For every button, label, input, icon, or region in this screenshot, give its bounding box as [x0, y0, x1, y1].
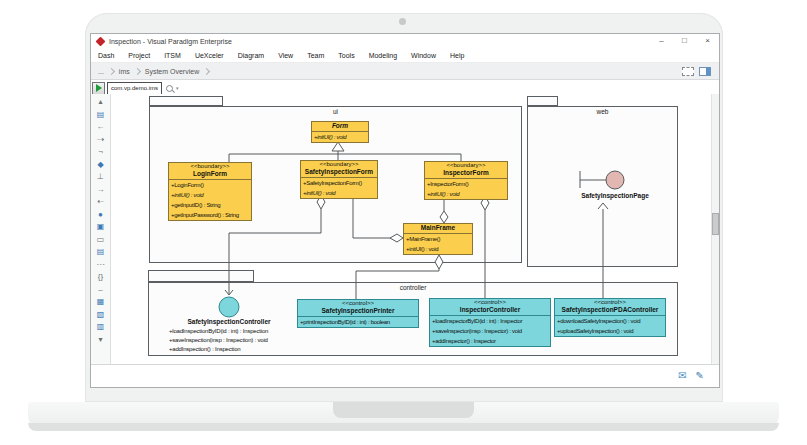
class-member: +initUI() : void [312, 132, 368, 142]
matrix-tool-icon[interactable]: ▥ [94, 321, 107, 332]
window-title: Inspection - Visual Paradigm Enterprise [109, 38, 232, 45]
class-name: LoginForm [169, 170, 251, 178]
mail-icon[interactable]: ✉ [678, 371, 686, 381]
realization-tool-icon[interactable]: ⇠ [94, 196, 107, 207]
class-inspectorform[interactable]: <<boundary>>InspectorForm+InspectorForm(… [424, 161, 508, 200]
dependency-tool-icon[interactable]: ⇢ [94, 134, 107, 145]
breadcrumb-item-2[interactable]: System Overview [143, 68, 201, 75]
tool-palette: ▴▤←⇢¬◆⊥→⇠●▣▭▤⋯{}‒▦▧▥▾ [91, 94, 111, 364]
menu-project[interactable]: Project [121, 52, 157, 59]
class-member: +downloadSafetyInspection() : void [555, 316, 665, 326]
class-tool-icon[interactable]: ▤ [94, 109, 107, 120]
breadcrumb-item-1[interactable]: ims [117, 68, 132, 75]
class-name: SafetyInspectionPDAController [555, 306, 665, 314]
breadcrumb-item-0[interactable]: ... [96, 68, 106, 75]
control-circle-safetyinspectioncontroller[interactable] [219, 297, 239, 317]
aggregation-diamond-icon [435, 255, 443, 269]
menu-bar: DashProjectITSMUeXcelerDiagramViewTeamTo… [91, 48, 719, 63]
laptop-base-edge [28, 423, 779, 431]
link-tool-icon[interactable]: ‒ [94, 284, 107, 295]
note-icon[interactable]: ✎ [696, 371, 704, 381]
class-stereotype: <<control>> [555, 299, 665, 306]
class-name: Form [312, 122, 368, 130]
composition-tool-icon[interactable]: ◆ [94, 159, 107, 170]
class-safetyinspectionpdacontroller[interactable]: <<control>>SafetyInspectionPDAController… [554, 298, 666, 337]
line-tool-icon[interactable]: ¬ [94, 146, 107, 157]
usecase-tool-icon[interactable]: ● [94, 209, 107, 220]
app-window: Inspection - Visual Paradigm Enterprise … [90, 33, 720, 388]
run-button[interactable] [92, 82, 105, 95]
class-member: +InspectorForm() [425, 179, 507, 189]
status-bar: ✉ ✎ [91, 364, 719, 387]
chevron-down-icon: ▾ [176, 85, 179, 91]
class-stereotype: <<boundary>> [425, 162, 507, 169]
search-icon[interactable] [166, 85, 173, 92]
menu-itsm[interactable]: ITSM [157, 52, 188, 59]
boundary-circle-safetyinspectionpage[interactable] [606, 171, 624, 189]
class-mainframe[interactable]: MainFrame+MainFrame()+initUI() : void [403, 223, 473, 255]
class-member: +getInputPassword() : String [169, 210, 251, 220]
scroll-down-icon[interactable]: ▾ [94, 334, 107, 345]
frame-tool-icon[interactable]: ▭ [94, 234, 107, 245]
class-member: +addInspector() : Inspector [430, 336, 550, 346]
maximize-button[interactable]: □ [673, 34, 696, 48]
class-stereotype: <<boundary>> [169, 163, 251, 170]
class-member: +initUI() : void [425, 189, 507, 199]
chart-tool-icon[interactable]: ▧ [94, 309, 107, 320]
menu-view[interactable]: View [271, 52, 300, 59]
chevron-right-icon [108, 67, 115, 74]
chevron-right-icon [203, 67, 210, 74]
association-tool-icon[interactable]: ← [94, 121, 107, 132]
class-form[interactable]: Form+initUI() : void [311, 121, 369, 143]
diagram-canvas[interactable]: ui web controller SafetyInspectionPage S… [111, 94, 714, 366]
anchor-tool-icon[interactable]: ⊥ [94, 171, 107, 182]
laptop-base [28, 402, 779, 431]
safetyinspectioncontroller-label[interactable]: SafetyInspectionController [159, 318, 299, 325]
class-name: InspectorController [430, 306, 550, 314]
class-member: +initUI() : void [169, 190, 251, 200]
controller-operation: +saveInspection(insp : Inspection) : voi… [169, 337, 268, 343]
class-loginform[interactable]: <<boundary>>LoginForm+LoginForm()+initUI… [168, 162, 252, 221]
class-name: SafetyInspectionPrinter [298, 307, 418, 315]
menu-tools[interactable]: Tools [331, 52, 361, 59]
class-name: SafetyInspectionForm [301, 168, 377, 176]
menu-window[interactable]: Window [404, 52, 443, 59]
open-arrowhead-icon [598, 203, 608, 209]
class-inspectorcontroller[interactable]: <<control>>InspectorController+loadInspe… [429, 298, 551, 347]
menu-dash[interactable]: Dash [91, 52, 121, 59]
class-safetyinspectionprinter[interactable]: <<control>>SafetyInspectionPrinter+print… [297, 299, 419, 328]
controller-operation: +loadInspectionByID(id : int) : Inspecti… [169, 328, 268, 334]
ellipsis-icon[interactable]: ⋯ [94, 259, 107, 270]
menu-team[interactable]: Team [300, 52, 331, 59]
menu-help[interactable]: Help [443, 52, 471, 59]
generalization-triangle-icon [332, 142, 344, 151]
menu-uexceler[interactable]: UeXceler [188, 52, 231, 59]
chevron-right-icon [134, 67, 141, 74]
class-member: +initUI() : void [301, 188, 377, 198]
class-member: +getInputID() : String [169, 200, 251, 210]
constraint-tool-icon[interactable]: {} [94, 271, 107, 282]
frame-selection-icon[interactable] [682, 67, 694, 76]
menu-modeling[interactable]: Modeling [362, 52, 404, 59]
safetyinspectionpage-label[interactable]: SafetyInspectionPage [551, 192, 679, 199]
window-controls: – □ × [650, 34, 719, 48]
visual-paradigm-logo-icon [96, 36, 106, 46]
laptop-base-notch [333, 402, 474, 418]
class-member: +SafetyInspectionForm() [301, 178, 377, 188]
menu-diagram[interactable]: Diagram [231, 52, 271, 59]
subdiagram-folder-icon[interactable]: ▦ [94, 296, 107, 307]
diagram-navigator-icon[interactable] [699, 67, 711, 76]
class-member: +loadInspectorByID(id : int) : Inspector [430, 316, 550, 326]
class-member: +LoginForm() [169, 180, 251, 190]
scroll-up-icon[interactable]: ▴ [94, 96, 107, 107]
title-bar: Inspection - Visual Paradigm Enterprise … [91, 34, 719, 48]
class-member: +initUI() : void [404, 244, 472, 254]
close-button[interactable]: × [696, 34, 719, 48]
aggregation-diamond-icon [390, 234, 403, 242]
directed-association-tool-icon[interactable]: → [94, 184, 107, 195]
class-safetyinspectionform[interactable]: <<boundary>>SafetyInspectionForm+SafetyI… [300, 160, 378, 199]
run-target-field[interactable]: com.vp.demo.ims [107, 82, 162, 95]
package-tool-icon[interactable]: ▣ [94, 221, 107, 232]
minimize-button[interactable]: – [650, 34, 673, 48]
note-tool-icon[interactable]: ▤ [94, 246, 107, 257]
